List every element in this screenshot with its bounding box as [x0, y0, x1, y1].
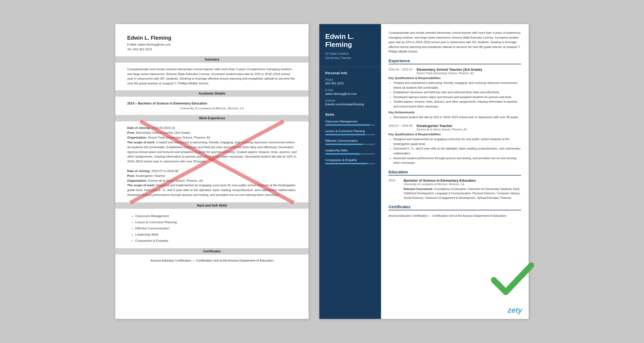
skill-item: Effective Communication: [135, 225, 297, 232]
job2-post: Post: Kindergarten Teacher: [127, 174, 297, 178]
qualifications-heading: Key Qualifications & Responsibilities: [389, 133, 521, 136]
exp-bullet: Assessed student performance through qui…: [393, 156, 521, 165]
cert-text-right: Arizona Educator Certification — Certifi…: [389, 214, 521, 218]
phone-item: Phone 602-352-3223: [319, 77, 381, 88]
skill-bar-bg: [325, 134, 375, 135]
exp-bullet: Instructed 4-, 5-, and 6-year-olds on th…: [393, 146, 521, 156]
skill-bar-fill: [325, 163, 368, 164]
edu-school: University of Louisiana at Monroe, Monro…: [404, 182, 521, 186]
summary-header: Summary: [115, 56, 309, 63]
skill-name: Effective Communication: [325, 139, 375, 142]
certs-header: Certificates: [115, 248, 309, 255]
summary-text: Compassionate and results-oriented eleme…: [389, 31, 521, 54]
exp-bullet: Created and maintained a welcoming, frie…: [393, 81, 521, 90]
skill-bar-bg: [325, 144, 375, 145]
zety-logo: zety: [508, 306, 522, 315]
sidebar-skill-item: Compassion & Empathy: [319, 157, 381, 167]
skill-bar-fill: [325, 134, 365, 135]
personal-info-title: Personal Info: [319, 67, 381, 77]
linkedin-value: linkedin.com/in/edwinFleming: [325, 103, 375, 106]
edu-degree: 2014 – Bachelor of Science in Elementary…: [127, 101, 297, 106]
exp-header: 2016-09 – 2019-10 Elementary School Teac…: [389, 68, 521, 75]
email-label: E-Mail:: [127, 43, 137, 46]
qualifications-heading: Key Qualifications & Responsibilities: [389, 76, 521, 80]
linkedin-label: LinkedIn: [325, 99, 375, 102]
skill-bar-fill: [325, 124, 370, 126]
exp-bullet: Established classroom and field trip rul…: [393, 90, 521, 95]
certs-heading: Certificates: [389, 204, 521, 210]
skills-list: Classroom ManagementLesson & Curriculum …: [127, 213, 297, 244]
sidebar-skill-item: Effective Communication: [319, 138, 381, 148]
skill-bar-fill: [325, 153, 360, 155]
resume-sidebar: Edwin L. Fleming AZ State-Certified Elem…: [319, 24, 381, 319]
job1-block: Date of Joining: 2016-09 2019-10 Post: E…: [127, 126, 297, 164]
exp-title: Kindergarten Teacher: [417, 124, 467, 128]
phone-value: 602-352-3223: [325, 82, 375, 85]
sidebar-skill-item: Classroom Management: [319, 119, 381, 128]
skill-name: Lesson & Curriculum Planning: [325, 129, 375, 133]
phone-label: Phone: [325, 78, 375, 81]
skill-item: Classroom Management: [135, 213, 297, 219]
exp-company: Desert Trails Elementary School, Phoenix…: [417, 72, 482, 75]
skills-container: Classroom Management Lesson & Curriculum…: [319, 119, 381, 167]
job1-scope: The scope of work: Created and maintaine…: [127, 140, 297, 164]
exp-bullet: Developed rigorous lesson plans and lect…: [393, 95, 521, 100]
job2-scope: The scope of work: Designed and implemen…: [127, 183, 297, 197]
exp-details: Kindergarten Teacher Kyrene de la Sierra…: [417, 124, 467, 131]
edu-year: 2014: [389, 179, 399, 200]
skill-name: Compassion & Empathy: [325, 158, 375, 162]
work-body: Date of Joining: 2016-09 2019-10 Post: E…: [127, 126, 297, 197]
exp-dates: 2016-09 – 2019-10: [389, 68, 412, 75]
qualifications-list: Created and maintained a welcoming, frie…: [389, 81, 521, 109]
education-heading: Education: [389, 170, 521, 176]
sidebar-title: AZ State-Certified Elementary Teacher: [325, 51, 375, 60]
skill-bar-bg: [325, 163, 375, 164]
main-content: Compassionate and results-oriented eleme…: [381, 24, 529, 319]
tel-value: 602-352-3223: [133, 48, 152, 51]
left-name: Edwin L. Fleming: [127, 35, 297, 41]
job2-block: Date of Joining: 2015-07 to 2016-08 Post…: [127, 169, 297, 197]
skill-bar-bg: [325, 153, 375, 155]
edu-item: 2014 Bachelor of Science in Elementary E…: [389, 179, 521, 200]
linkedin-item: LinkedIn linkedin.com/in/edwinFleming: [319, 98, 381, 109]
academic-body: 2014 – Bachelor of Science in Elementary…: [127, 101, 297, 111]
email-value: edwin.fleming@me.com: [138, 43, 171, 46]
skills-title: Skills: [319, 109, 381, 119]
skill-name: Classroom Management: [325, 120, 375, 123]
edu-degree: Bachelor of Science in Elementary Educat…: [404, 179, 521, 182]
left-resume: Edwin L. Fleming E-Mail: edwin.fleming@m…: [115, 24, 309, 319]
tel-label: Tel:: [127, 48, 132, 51]
right-resume: Edwin L. Fleming AZ State-Certified Elem…: [319, 24, 529, 319]
skill-item: Lesson & Curriculum Planning: [135, 219, 297, 225]
exp-item: 2015-07 – 2016-08 Kindergarten Teacher K…: [389, 124, 521, 165]
cert-text: Arizona Educator Certification — Certifi…: [127, 259, 297, 262]
achievements-list: Decreased student fail rate by 32% in 20…: [389, 115, 521, 120]
academic-header: Academic Details: [115, 90, 309, 97]
sidebar-skill-item: Leadership Skills: [319, 148, 381, 157]
jobs-container: 2016-09 – 2019-10 Elementary School Teac…: [389, 68, 521, 165]
sidebar-name: Edwin L. Fleming: [325, 33, 375, 49]
skill-bar-bg: [325, 124, 375, 126]
exp-company: Kyrene de la Sierra School, Phoenix, AZ: [417, 128, 467, 131]
email-value: edwin.fleming@me.com: [325, 92, 375, 95]
exp-header: 2015-07 – 2016-08 Kindergarten Teacher K…: [389, 124, 521, 131]
skills-header: Hard and Soft Skills: [115, 202, 309, 209]
left-name-block: Edwin L. Fleming E-Mail: edwin.fleming@m…: [127, 35, 297, 52]
edu-container: 2014 Bachelor of Science in Elementary E…: [389, 179, 521, 200]
job1-date: Date of Joining: 2016-09 2019-10: [127, 126, 297, 131]
job2-org: Organization: Kyrene de la Sierra School…: [127, 178, 297, 183]
job2-date: Date of Joining: 2015-07 to 2016-08: [127, 169, 297, 174]
edu-details: Bachelor of Science in Elementary Educat…: [404, 179, 521, 200]
exp-title: Elementary School Teacher (3rd Grade): [417, 68, 482, 72]
edu-school: University of Louisiana at Monroe, Monro…: [127, 106, 297, 111]
achievements-heading: Key Achievements: [389, 111, 521, 114]
exp-bullet: Designed and implemented an engaging cur…: [393, 137, 521, 146]
qualifications-list: Designed and implemented an engaging cur…: [389, 137, 521, 165]
email-item: E-mail edwin.fleming@me.com: [319, 88, 381, 98]
sidebar-skill-item: Lesson & Curriculum Planning: [319, 128, 381, 138]
skills-body: Classroom ManagementLesson & Curriculum …: [127, 213, 297, 244]
summary-body: Compassionate and results-oriented eleme…: [127, 67, 297, 86]
exp-bullet: Graded papers, lessons, tests, quizzes, …: [393, 99, 521, 109]
sidebar-header: Edwin L. Fleming AZ State-Certified Elem…: [319, 33, 381, 67]
exp-dates: 2015-07 – 2016-08: [389, 124, 412, 131]
